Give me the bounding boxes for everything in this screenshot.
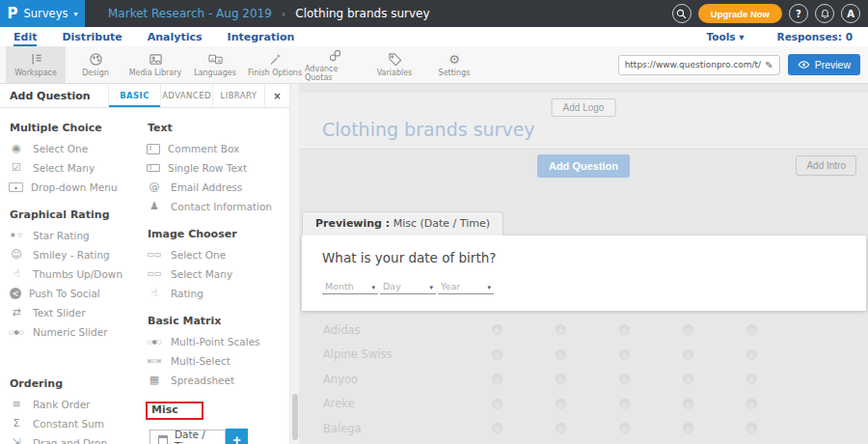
qtype-multi-select[interactable]: ⊠⊡⊠ Multi-Select — [146, 351, 289, 371]
qtype-single-row-text[interactable]: I Single Row Text — [146, 158, 289, 178]
qtype-spreadsheet[interactable]: ▦ Spreadsheet — [146, 371, 289, 390]
qtype-constant-sum[interactable]: Σ Constant Sum — [8, 414, 140, 433]
checkbox-list-icon: ☑ — [8, 162, 25, 174]
survey-header: Add Logo Clothing brands survey — [299, 93, 868, 150]
tool-workspace[interactable]: Workspace — [6, 46, 66, 83]
surveys-product-menu[interactable]: P Surveys ▾ — [0, 0, 85, 27]
qtype-contact-information[interactable]: ♟ Contact Information — [146, 197, 289, 216]
matrix-radio[interactable] — [683, 423, 693, 433]
matrix-radio[interactable] — [619, 324, 630, 335]
matrix-radio[interactable] — [619, 374, 630, 384]
breadcrumb: Market Research - Aug 2019 › Clothing br… — [108, 0, 430, 27]
qtype-star-rating[interactable]: ★☆ Star Rating — [8, 226, 140, 245]
matrix-radio[interactable] — [683, 349, 693, 360]
help-button[interactable]: ? — [789, 4, 808, 23]
qtype-select-one[interactable]: ◉ Select One — [8, 139, 140, 158]
tool-languages[interactable]: x A Languages — [185, 46, 245, 83]
matrix-radio[interactable] — [492, 423, 502, 433]
matrix-radio[interactable] — [746, 399, 757, 409]
tools-menu[interactable]: Tools ▾ — [707, 31, 745, 42]
tab-basic[interactable]: BASIC — [108, 84, 160, 107]
matrix-radio[interactable] — [492, 374, 502, 384]
matrix-radio[interactable] — [619, 399, 630, 409]
qtype-dropdown-menu[interactable]: ▾ Drop-down Menu — [8, 178, 140, 197]
qtype-numeric-slider[interactable]: ○●○ Numeric Slider — [8, 322, 140, 342]
upgrade-now-button[interactable]: Upgrade Now — [698, 4, 782, 23]
add-date-time-button[interactable]: + — [226, 429, 248, 444]
matrix-radio[interactable] — [746, 324, 757, 335]
toolbar-right: ✎ Preview — [618, 46, 868, 83]
breadcrumb-folder[interactable]: Market Research - Aug 2019 — [108, 7, 272, 20]
tab-advanced[interactable]: ADVANCED — [160, 84, 212, 107]
matrix-radio[interactable] — [492, 349, 502, 360]
breadcrumb-survey-name[interactable]: Clothing brands survey — [295, 7, 429, 20]
edit-url-icon[interactable]: ✎ — [765, 60, 773, 70]
qtype-thumbs-up-down[interactable]: ☝ Thumbs Up/Down — [8, 264, 140, 284]
day-select[interactable]: Day ▾ — [380, 279, 436, 294]
matrix-radio[interactable] — [619, 349, 630, 360]
matrix-radio[interactable] — [746, 349, 757, 360]
top-bar: P Surveys ▾ Market Research - Aug 2019 ›… — [0, 0, 868, 27]
matrix-radio[interactable] — [492, 399, 502, 409]
tab-library[interactable]: LIBRARY — [212, 84, 264, 107]
tool-settings[interactable]: ⚙ Settings — [424, 46, 484, 83]
qtype-smiley-rating[interactable]: ☺ Smiley - Rating — [8, 245, 140, 264]
slider-icon: ⇄ — [8, 307, 25, 319]
qtype-image-select-one[interactable]: ▭▭ Select One — [146, 245, 289, 264]
section-ordering: Ordering — [10, 377, 140, 390]
scrollbar-thumb[interactable] — [292, 394, 298, 440]
notifications-button[interactable] — [815, 4, 834, 23]
matrix-radio[interactable] — [556, 399, 566, 409]
person-icon: ♟ — [146, 201, 163, 212]
matrix-row: Adidas — [299, 318, 868, 343]
matrix-radio[interactable] — [683, 399, 693, 409]
qtype-email-address[interactable]: @ Email Address — [146, 178, 289, 197]
qtype-image-rating[interactable]: ☝ Rating — [146, 284, 289, 303]
add-intro-button[interactable]: Add Intro — [796, 155, 856, 176]
qtype-comment-box[interactable]: I Comment Box — [146, 139, 289, 158]
matrix-radio[interactable] — [619, 423, 630, 433]
year-select[interactable]: Year ▾ — [438, 279, 494, 294]
avatar[interactable]: A — [841, 4, 860, 23]
tab-integration[interactable]: Integration — [228, 27, 295, 46]
tool-advance-quotas[interactable]: Advance Quotas — [305, 46, 365, 83]
add-question-button[interactable]: Add Question — [537, 154, 630, 178]
matrix-radio[interactable] — [556, 349, 566, 360]
survey-title[interactable]: Clothing brands survey — [322, 119, 535, 140]
matrix-radio[interactable] — [556, 374, 566, 384]
tool-variables[interactable]: Variables — [365, 46, 424, 83]
matrix-radio[interactable] — [746, 374, 757, 384]
qtype-rank-order[interactable]: ≡ Rank Order — [8, 395, 140, 414]
tab-distribute[interactable]: Distribute — [62, 27, 122, 46]
preview-button[interactable]: Preview — [788, 54, 860, 75]
qtype-text-slider[interactable]: ⇄ Text Slider — [8, 303, 140, 322]
image-icon — [149, 52, 163, 67]
qtype-image-select-many[interactable]: ▭▭ Select Many — [146, 264, 289, 284]
star-icon: ★☆ — [8, 230, 25, 241]
search-button[interactable] — [672, 4, 692, 23]
survey-url-input[interactable] — [625, 60, 762, 69]
tool-design[interactable]: Design — [66, 46, 125, 83]
matrix-radio[interactable] — [556, 324, 566, 335]
qtype-select-many[interactable]: ☑ Select Many — [8, 158, 140, 178]
matrix-radio[interactable] — [746, 423, 757, 433]
month-select[interactable]: Month ▾ — [322, 279, 378, 294]
tab-edit[interactable]: Edit — [14, 27, 37, 46]
tool-finish-options[interactable]: Finish Options — [245, 46, 305, 83]
qtype-multi-point-scales[interactable]: ○●○ Multi-Point Scales — [146, 332, 289, 351]
tool-media-library[interactable]: Media Library — [125, 46, 185, 83]
chevron-down-icon: ▾ — [487, 284, 491, 291]
qtype-push-to-social[interactable]: < Push To Social — [8, 284, 140, 303]
add-logo-button[interactable]: Add Logo — [552, 98, 616, 117]
matrix-radio[interactable] — [492, 324, 502, 335]
matrix-radio[interactable] — [683, 374, 693, 384]
chevron-down-icon: ▾ — [429, 284, 433, 291]
close-panel-button[interactable]: × — [264, 84, 289, 107]
workspace-icon — [29, 52, 43, 67]
tab-analytics[interactable]: Analytics — [148, 27, 203, 46]
qtype-drag-and-drop[interactable]: ⇲ Drag and Drop — [8, 433, 140, 444]
qtype-date-time[interactable]: Date / Time — [149, 430, 226, 444]
matrix-radio[interactable] — [556, 423, 566, 433]
matrix-radio[interactable] — [683, 324, 693, 335]
responses-count[interactable]: Responses: 0 — [777, 31, 853, 42]
